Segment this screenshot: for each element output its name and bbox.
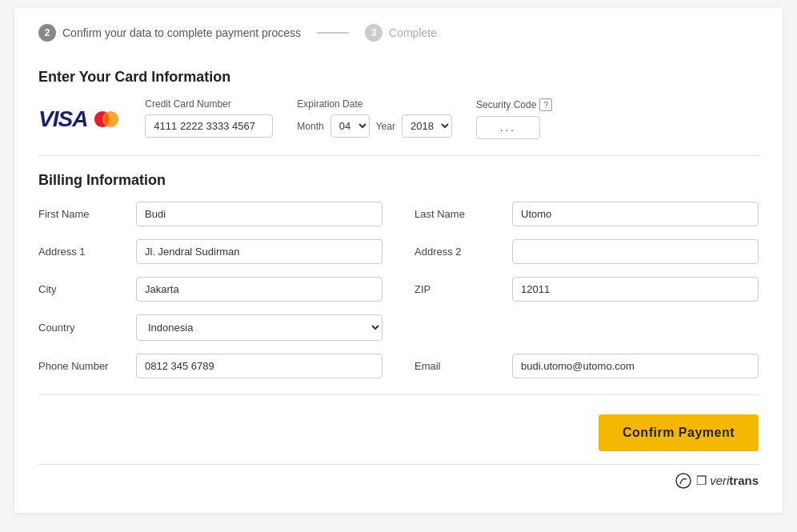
divider-1 <box>38 155 759 156</box>
city-row: City <box>38 277 382 302</box>
phone-row: Phone Number <box>38 354 382 378</box>
step-divider <box>317 32 349 34</box>
step-3-label: Complete <box>389 26 437 39</box>
visa-logo: VISA <box>38 106 87 132</box>
step-2: 2 Confirm your data to complete payment … <box>38 24 301 42</box>
cc-number-label: Credit Card Number <box>145 98 273 110</box>
expiry-group: Expiration Date Month 010203040506070809… <box>297 98 452 138</box>
last-name-label: Last Name <box>415 208 503 220</box>
month-label: Month <box>297 121 323 132</box>
security-code-input[interactable] <box>476 116 540 139</box>
security-help-badge[interactable]: ? <box>539 98 552 111</box>
email-input[interactable] <box>512 354 759 378</box>
city-label: City <box>38 283 126 295</box>
security-group: Security Code ? <box>476 98 552 139</box>
steps-indicator: 2 Confirm your data to complete payment … <box>38 24 759 50</box>
address2-label: Address 2 <box>415 246 503 258</box>
year-label: Year <box>376 121 395 132</box>
address1-row: Address 1 <box>38 239 382 264</box>
footer: ❒ veritrans <box>38 464 759 489</box>
step-2-label: Confirm your data to complete payment pr… <box>62 26 301 39</box>
country-label: Country <box>38 322 126 334</box>
zip-input[interactable] <box>512 277 759 302</box>
address2-row: Address 2 <box>415 239 759 264</box>
mastercard-logo <box>92 105 121 134</box>
phone-label: Phone Number <box>38 360 126 372</box>
month-select[interactable]: 010203040506070809101112 <box>330 114 370 138</box>
phone-input[interactable] <box>136 354 382 378</box>
button-area: Confirm Payment <box>38 414 759 451</box>
veritrans-swirl-icon <box>675 473 691 489</box>
address2-input[interactable] <box>512 239 759 264</box>
address1-input[interactable] <box>136 239 382 264</box>
address1-label: Address 1 <box>38 246 126 258</box>
card-fields: Credit Card Number Expiration Date Month… <box>145 98 759 139</box>
svg-point-2 <box>676 474 691 488</box>
country-row: Country Indonesia Malaysia Singapore Tha… <box>38 314 382 341</box>
first-name-input[interactable] <box>136 202 382 226</box>
email-row: Email <box>415 354 759 378</box>
step-3-circle: 3 <box>365 24 382 42</box>
cc-number-input[interactable] <box>145 114 273 138</box>
card-info-area: VISA Credit Card Number Expiration Date … <box>38 98 759 139</box>
card-section-title: Enter Your Card Information <box>38 69 759 86</box>
country-select[interactable]: Indonesia Malaysia Singapore Thailand Un… <box>136 314 382 341</box>
veritrans-brand: ❒ veritrans <box>696 474 759 488</box>
expiry-label: Expiration Date <box>297 98 452 110</box>
main-container: 2 Confirm your data to complete payment … <box>14 8 783 513</box>
divider-2 <box>38 394 759 395</box>
first-name-row: First Name <box>38 202 382 226</box>
card-logos: VISA <box>38 105 121 134</box>
step-2-circle: 2 <box>38 24 56 42</box>
country-row-empty <box>415 314 759 341</box>
security-label-row: Security Code ? <box>476 98 552 111</box>
billing-section-title: Billing Information <box>38 172 759 189</box>
email-label: Email <box>415 360 503 372</box>
expiry-row: Month 010203040506070809101112 Year 2015… <box>297 114 452 138</box>
first-name-label: First Name <box>38 208 126 220</box>
billing-form: First Name Last Name Address 1 Address 2… <box>38 202 759 378</box>
zip-label: ZIP <box>415 283 503 295</box>
zip-row: ZIP <box>415 277 759 302</box>
confirm-payment-button[interactable]: Confirm Payment <box>599 414 759 451</box>
cc-number-group: Credit Card Number <box>145 98 273 138</box>
city-input[interactable] <box>136 277 382 302</box>
last-name-row: Last Name <box>415 202 759 226</box>
security-label: Security Code <box>476 99 536 110</box>
year-select[interactable]: 201520162017201820192020202120222023 <box>402 114 452 138</box>
last-name-input[interactable] <box>512 202 759 226</box>
step-3: 3 Complete <box>365 24 437 42</box>
